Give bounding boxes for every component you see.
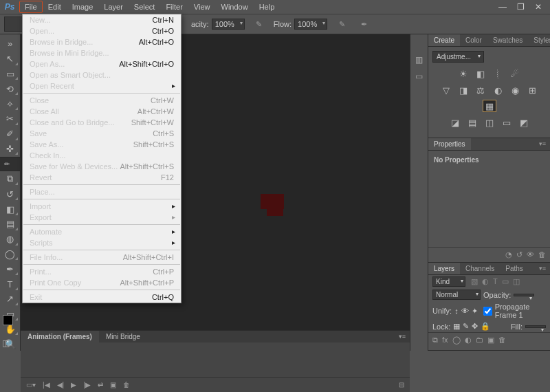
menu-file[interactable]: File bbox=[19, 1, 43, 13]
tool-preset-swatch[interactable] bbox=[4, 17, 23, 32]
marquee-tool[interactable]: ▭ bbox=[2, 67, 19, 81]
tab-layers[interactable]: Layers bbox=[428, 263, 460, 274]
menu-item-exit[interactable]: ExitCtrl+Q bbox=[23, 292, 181, 303]
loop-select[interactable]: ▭▾ bbox=[26, 381, 36, 389]
menu-item-open-recent[interactable]: Open Recent bbox=[23, 80, 181, 91]
brightness-icon[interactable]: ☀ bbox=[457, 68, 470, 79]
filter-shape-icon[interactable]: ▭ bbox=[502, 277, 509, 286]
propagate-checkbox[interactable] bbox=[483, 307, 492, 316]
delete-frame-icon[interactable]: 🗑 bbox=[123, 381, 130, 389]
menu-item-import[interactable]: Import bbox=[23, 201, 181, 212]
unify-visibility-icon[interactable]: 👁 bbox=[461, 307, 469, 315]
tab-minibridge[interactable]: Mini Bridge bbox=[99, 331, 147, 342]
layer-fill-field[interactable] bbox=[525, 325, 546, 328]
wand-tool[interactable]: ✧ bbox=[2, 97, 19, 111]
blur-tool[interactable]: ◍ bbox=[2, 232, 19, 246]
menu-filter[interactable]: Filter bbox=[160, 1, 188, 13]
layer-opacity-field[interactable] bbox=[514, 294, 534, 296]
filter-kind-select[interactable]: Kind bbox=[432, 276, 465, 287]
invert-icon[interactable]: ◪ bbox=[449, 117, 461, 128]
minimize-icon[interactable]: — bbox=[495, 1, 510, 12]
menu-image[interactable]: Image bbox=[67, 1, 99, 13]
trash-icon[interactable]: 🗑 bbox=[538, 250, 546, 259]
healing-tool[interactable]: ✜ bbox=[2, 142, 19, 156]
delete-layer-icon[interactable]: 🗑 bbox=[498, 336, 506, 345]
visibility-icon[interactable]: 👁 bbox=[527, 250, 534, 259]
menu-item-open-as-smart-object[interactable]: Open as Smart Object... bbox=[23, 69, 181, 80]
close-icon[interactable]: ✕ bbox=[531, 1, 546, 12]
convert-timeline-icon[interactable]: ⊟ bbox=[399, 381, 404, 389]
tab-channels[interactable]: Channels bbox=[460, 263, 500, 274]
exposure-icon[interactable]: ☄ bbox=[509, 68, 521, 79]
menu-layer[interactable]: Layer bbox=[98, 1, 129, 13]
tab-swatches[interactable]: Swatches bbox=[487, 34, 528, 46]
tab-properties[interactable]: Properties bbox=[428, 138, 471, 150]
flow-field[interactable]: 100% bbox=[294, 19, 327, 30]
actions-panel-icon[interactable]: ▭ bbox=[413, 70, 426, 83]
adjustment-select[interactable]: Adjustme... bbox=[432, 51, 484, 63]
next-frame-icon[interactable]: |▶ bbox=[83, 381, 91, 389]
blend-mode-select[interactable]: Normal bbox=[432, 290, 481, 300]
colorlookup-icon[interactable]: ▦ bbox=[483, 100, 496, 111]
menu-view[interactable]: View bbox=[188, 1, 216, 13]
fx-icon[interactable]: fx bbox=[442, 336, 448, 345]
eraser-tool[interactable]: ◧ bbox=[2, 202, 19, 216]
levels-icon[interactable]: ◧ bbox=[474, 68, 487, 79]
type-tool[interactable]: T bbox=[2, 277, 19, 291]
menu-window[interactable]: Window bbox=[216, 1, 254, 13]
link-icon[interactable]: ⧉ bbox=[432, 336, 438, 345]
panel-menu-icon[interactable]: ▾≡ bbox=[535, 263, 550, 274]
menu-item-automate[interactable]: Automate bbox=[23, 226, 181, 237]
clip-icon[interactable]: ◔ bbox=[505, 250, 512, 259]
opacity-field[interactable]: 100% bbox=[212, 19, 245, 30]
panel-menu-icon[interactable]: ▾≡ bbox=[535, 138, 550, 150]
foreground-color[interactable] bbox=[3, 315, 13, 325]
menu-item-browse-in-mini-bridge[interactable]: Browse in Mini Bridge... bbox=[23, 47, 181, 58]
dodge-tool[interactable]: ◯ bbox=[2, 248, 19, 261]
colorbalance-icon[interactable]: ⚖ bbox=[474, 85, 487, 96]
first-frame-icon[interactable]: |◀ bbox=[43, 381, 50, 389]
unify-style-icon[interactable]: ✦ bbox=[472, 307, 478, 316]
panel-menu-icon[interactable]: ▾≡ bbox=[395, 331, 410, 342]
new-frame-icon[interactable]: ▣ bbox=[110, 381, 116, 389]
tab-styles[interactable]: Styles bbox=[528, 34, 550, 46]
tab-animation[interactable]: Animation (Frames) bbox=[21, 331, 99, 342]
pressure-opacity-icon[interactable]: ✎ bbox=[252, 17, 267, 32]
channelmixer-icon[interactable]: ⊞ bbox=[526, 85, 538, 96]
eyedropper-tool[interactable]: ✐ bbox=[2, 127, 19, 141]
stamp-tool[interactable]: ⧉ bbox=[2, 173, 19, 186]
adjustment-layer-icon[interactable]: ◐ bbox=[465, 336, 472, 345]
maximize-icon[interactable]: ❐ bbox=[513, 1, 528, 12]
tween-icon[interactable]: ⇄ bbox=[98, 381, 103, 389]
group-icon[interactable]: 🗀 bbox=[476, 336, 483, 345]
path-tool[interactable]: ↗ bbox=[2, 292, 19, 306]
filter-adjust-icon[interactable]: ◐ bbox=[482, 277, 489, 286]
filter-pixel-icon[interactable]: ▧ bbox=[471, 277, 478, 286]
menu-edit[interactable]: Edit bbox=[43, 1, 67, 13]
menu-item-open-as[interactable]: Open As...Alt+Shift+Ctrl+O bbox=[23, 58, 181, 69]
menu-item-new[interactable]: New...Ctrl+N bbox=[23, 14, 181, 25]
photofilter-icon[interactable]: ◉ bbox=[509, 85, 521, 96]
pen-tool[interactable]: ✒ bbox=[2, 262, 19, 276]
lock-all-icon[interactable]: 🔒 bbox=[481, 322, 490, 331]
filter-smart-icon[interactable]: ◫ bbox=[513, 277, 520, 286]
prev-frame-icon[interactable]: ◀| bbox=[57, 381, 65, 389]
reset-icon[interactable]: ↺ bbox=[516, 250, 522, 259]
unify-position-icon[interactable]: ↕ bbox=[454, 307, 459, 315]
menu-item-browse-in-bridge[interactable]: Browse in Bridge...Alt+Ctrl+O bbox=[23, 36, 181, 47]
tab-color[interactable]: Color bbox=[460, 34, 487, 46]
history-brush-tool[interactable]: ↺ bbox=[2, 187, 19, 201]
mask-icon[interactable]: ◯ bbox=[452, 336, 461, 345]
menu-select[interactable]: Select bbox=[129, 1, 161, 13]
posterize-icon[interactable]: ▤ bbox=[466, 117, 478, 128]
gradient-tool[interactable]: ▤ bbox=[2, 217, 19, 231]
menu-item-scripts[interactable]: Scripts bbox=[23, 237, 181, 248]
play-icon[interactable]: ▶ bbox=[71, 381, 76, 389]
tab-paths[interactable]: Paths bbox=[500, 263, 529, 274]
hue-icon[interactable]: ◨ bbox=[457, 85, 470, 96]
quickmask-icon[interactable]: ◫ bbox=[2, 338, 10, 348]
lock-paint-icon[interactable]: ✎ bbox=[463, 322, 469, 331]
selectivecolor-icon[interactable]: ◩ bbox=[518, 117, 530, 128]
menu-help[interactable]: Help bbox=[254, 1, 280, 13]
move-tool[interactable]: ↖ bbox=[2, 52, 19, 66]
